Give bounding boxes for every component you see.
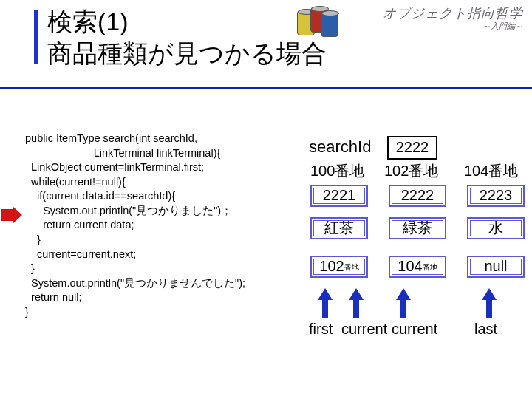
node-name-1: 緑茶 — [389, 217, 446, 239]
search-id-value: 2222 — [387, 136, 437, 160]
page-title: 検索(1) 商品種類が見つかる場合 — [34, 6, 327, 69]
highlight-arrow-icon — [1, 207, 22, 223]
code-listing: public ItemType search(int searchId, Lin… — [25, 132, 245, 319]
up-arrow-icon — [318, 288, 332, 318]
pointer-last: last — [474, 321, 497, 338]
node-next-0: 102番地 — [310, 256, 368, 278]
node-next-2: null — [467, 256, 525, 278]
pointer-current-2: current — [392, 321, 437, 338]
address-104: 104番地 — [464, 161, 518, 181]
node-name-0: 紅茶 — [310, 217, 368, 239]
title-line1: 検索(1) — [47, 7, 129, 35]
node-name-2: 水 — [467, 217, 525, 239]
header-line1: オブジェクト指向哲学 — [383, 4, 523, 22]
node-id-0: 2221 — [310, 185, 368, 207]
node-next-1: 104番地 — [389, 256, 446, 278]
node-id-1: 2222 — [389, 185, 446, 207]
pointer-current-1: current — [341, 321, 387, 338]
address-100: 100番地 — [310, 161, 364, 181]
header-line2: ～入門編～ — [383, 21, 523, 32]
search-id-label: searchId — [309, 137, 371, 157]
svg-marker-0 — [1, 207, 22, 223]
header-subtitle: オブジェクト指向哲学 ～入門編～ — [383, 4, 523, 32]
title-line2: 商品種類が見つかる場合 — [47, 39, 327, 67]
node-id-2: 2223 — [467, 185, 525, 207]
title-accent-bar — [34, 10, 38, 64]
title-underline — [0, 87, 532, 89]
svg-marker-2 — [349, 288, 364, 318]
svg-marker-1 — [318, 288, 332, 318]
up-arrow-icon — [349, 288, 364, 318]
svg-marker-4 — [482, 288, 497, 318]
pointer-first: first — [309, 321, 332, 338]
up-arrow-icon — [396, 288, 411, 318]
svg-marker-3 — [396, 288, 411, 318]
address-102: 102番地 — [384, 161, 438, 181]
up-arrow-icon — [482, 288, 497, 318]
